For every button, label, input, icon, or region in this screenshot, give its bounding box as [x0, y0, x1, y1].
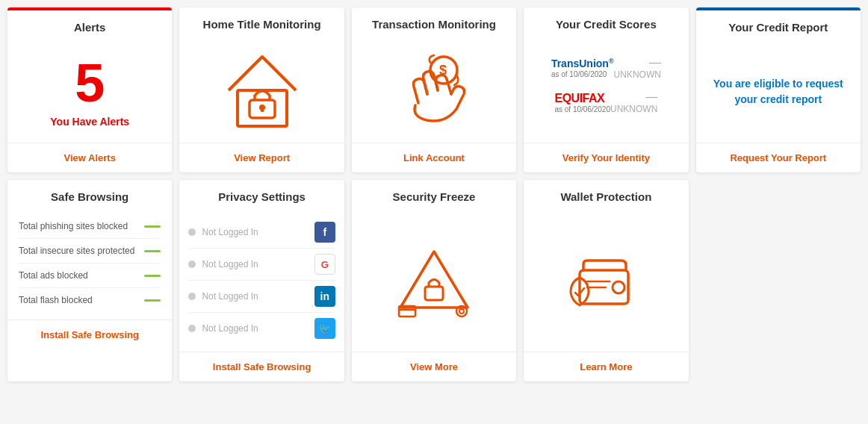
link-account-button[interactable]: Link Account: [352, 143, 516, 172]
twitter-status-dot: [188, 325, 196, 332]
google-icon[interactable]: G: [314, 254, 335, 275]
wallet-body: [524, 211, 688, 352]
linkedin-icon[interactable]: in: [314, 286, 335, 307]
privacy-install-button[interactable]: Install Safe Browsing: [179, 352, 344, 381]
insecure-label: Total insecure sites protected: [19, 246, 134, 256]
google-status-label: Not Logged In: [202, 259, 258, 269]
install-safe-browsing-button[interactable]: Install Safe Browsing: [7, 319, 172, 349]
view-more-button[interactable]: View More: [352, 352, 516, 381]
view-report-button[interactable]: View Report: [179, 143, 344, 172]
alert-count: 5: [75, 56, 105, 110]
request-report-button[interactable]: Request Your Report: [696, 143, 861, 172]
credit-scores-body: TransUnion® as of 10/06/2020 — UNKNOWN E…: [524, 38, 688, 143]
twitter-status-label: Not Logged In: [202, 323, 258, 334]
google-status-dot: [188, 261, 196, 268]
alerts-card: Alerts 5 You Have Alerts View Alerts: [7, 7, 172, 172]
security-freeze-body: [352, 211, 516, 352]
home-title-title: Home Title Monitoring: [179, 7, 344, 38]
transunion-logo: TransUnion® as of 10/06/2020: [551, 57, 614, 78]
safe-browsing-title: Safe Browsing: [7, 180, 172, 211]
twitter-row: Not Logged In 🐦: [188, 313, 335, 344]
credit-report-text: You are eligible to request your credit …: [704, 76, 853, 107]
security-freeze-card: Security Freeze View More: [352, 180, 516, 381]
twitter-left: Not Logged In: [188, 323, 258, 334]
ads-row: Total ads blocked: [19, 264, 161, 288]
credit-report-title: Your Credit Report: [696, 10, 861, 41]
svg-rect-6: [425, 287, 443, 300]
facebook-left: Not Logged In: [188, 227, 258, 237]
security-freeze-title: Security Freeze: [352, 180, 516, 211]
facebook-status-label: Not Logged In: [202, 227, 258, 237]
credit-report-card: Your Credit Report You are eligible to r…: [696, 7, 861, 172]
learn-more-button[interactable]: Learn More: [524, 352, 688, 381]
view-alerts-button[interactable]: View Alerts: [7, 143, 172, 172]
svg-rect-3: [261, 107, 264, 112]
safe-browsing-card: Safe Browsing Total phishing sites block…: [7, 180, 172, 381]
linkedin-left: Not Logged In: [188, 291, 258, 302]
phishing-dash: [144, 225, 161, 228]
transaction-card: Transaction Monitoring $ Link Acco: [352, 7, 516, 172]
home-lock-icon: [221, 46, 303, 135]
flash-dash: [144, 299, 161, 302]
facebook-row: Not Logged In f: [188, 216, 335, 249]
phishing-label: Total phishing sites blocked: [19, 221, 128, 231]
verify-identity-button[interactable]: Verify Your Identity: [524, 143, 688, 172]
wallet-title: Wallet Protection: [524, 180, 688, 211]
transaction-body: $: [352, 38, 516, 143]
svg-point-12: [613, 281, 624, 293]
ads-dash: [144, 275, 161, 277]
flash-row: Total flash blocked: [19, 288, 161, 312]
home-title-card: Home Title Monitoring View Report: [179, 7, 344, 172]
linkedin-row: Not Logged In in: [188, 281, 335, 313]
privacy-title: Privacy Settings: [179, 180, 344, 211]
linkedin-status-label: Not Logged In: [202, 291, 258, 302]
dashboard-grid: Alerts 5 You Have Alerts View Alerts Hom…: [7, 7, 861, 381]
transaction-title: Transaction Monitoring: [352, 7, 516, 38]
flash-label: Total flash blocked: [19, 295, 93, 305]
phishing-row: Total phishing sites blocked: [19, 214, 161, 239]
svg-text:$: $: [439, 63, 447, 78]
credit-report-body: You are eligible to request your credit …: [696, 41, 861, 143]
equifax-row: EQUIFAX as of 10/06/2020 — UNKNOWN: [554, 90, 657, 114]
wallet-card: Wallet Protection Lear: [524, 180, 688, 381]
linkedin-status-dot: [188, 293, 196, 300]
equifax-logo: EQUIFAX as of 10/06/2020: [554, 92, 610, 113]
privacy-settings-card: Privacy Settings Not Logged In f Not Log…: [179, 180, 344, 381]
transaction-icon: $: [393, 46, 475, 135]
google-row: Not Logged In G: [188, 249, 335, 281]
transunion-score: — UNKNOWN: [614, 56, 661, 80]
alerts-body: 5 You Have Alerts: [7, 41, 172, 143]
credit-scores-title: Your Credit Scores: [524, 7, 688, 38]
ads-label: Total ads blocked: [19, 270, 88, 281]
credit-scores-card: Your Credit Scores TransUnion® as of 10/…: [524, 7, 688, 172]
insecure-row: Total insecure sites protected: [19, 239, 161, 264]
security-freeze-icon: [393, 237, 475, 326]
google-left: Not Logged In: [188, 259, 258, 269]
safe-browsing-body: Total phishing sites blocked Total insec…: [7, 211, 172, 319]
alerts-title: Alerts: [7, 10, 172, 41]
svg-point-10: [459, 309, 464, 314]
facebook-icon[interactable]: f: [314, 222, 335, 243]
home-title-body: [179, 38, 344, 143]
transunion-row: TransUnion® as of 10/06/2020 — UNKNOWN: [551, 56, 661, 80]
alert-subtitle: You Have Alerts: [50, 116, 129, 128]
privacy-body: Not Logged In f Not Logged In G Not Logg…: [179, 211, 344, 352]
wallet-icon: [565, 237, 647, 326]
twitter-icon[interactable]: 🐦: [314, 318, 335, 339]
facebook-status-dot: [188, 228, 196, 236]
equifax-score: — UNKNOWN: [610, 90, 657, 114]
insecure-dash: [144, 250, 161, 252]
